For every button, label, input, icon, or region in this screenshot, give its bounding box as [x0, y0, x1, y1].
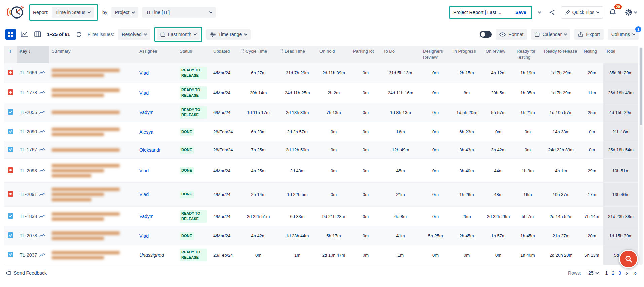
columns-button[interactable]: Columns 1: [608, 29, 639, 40]
issue-trend-chart-icon[interactable]: [39, 110, 45, 115]
calendar-button[interactable]: Calendar: [531, 29, 570, 40]
save-options-dropdown-button[interactable]: [536, 10, 543, 15]
project-select[interactable]: TI Line [TL]: [142, 7, 216, 18]
column-header-testing[interactable]: Testing: [580, 46, 603, 63]
notifications-badge: 20: [614, 4, 622, 9]
notifications-button[interactable]: 20: [607, 7, 618, 18]
column-header-updated[interactable]: Updated: [211, 46, 239, 63]
time-in-status-cell: 24d 22h 39m: [541, 141, 580, 159]
filter-status-select[interactable]: Resolved: [118, 29, 150, 40]
issue-trend-chart-icon[interactable]: [39, 253, 45, 258]
issue-key-link[interactable]: TL-2091: [20, 192, 37, 197]
issue-key-link[interactable]: TL-2037: [20, 252, 37, 258]
assignee-cell: Vadym: [137, 207, 177, 226]
issue-key-cell: TL-2090: [17, 122, 49, 141]
issue-trend-chart-icon[interactable]: [39, 192, 45, 198]
time-in-status-cell: 0m: [350, 83, 381, 103]
settings-button[interactable]: [622, 6, 639, 19]
column-header-key[interactable]: Key↓: [17, 46, 49, 63]
assignee-link[interactable]: Vlad: [139, 168, 149, 173]
issue-trend-chart-icon[interactable]: [39, 169, 45, 174]
issue-key-link[interactable]: TL-2078: [20, 233, 37, 238]
issue-trend-chart-icon[interactable]: [39, 234, 45, 239]
issue-trend-chart-icon[interactable]: [39, 130, 45, 135]
chevron-down-icon: [564, 32, 567, 35]
group-by-select[interactable]: Project: [111, 7, 139, 18]
theme-toggle[interactable]: [480, 31, 492, 38]
drag-handle-icon[interactable]: [241, 49, 244, 54]
column-header-in-progress[interactable]: In Progress: [451, 46, 483, 63]
share-button[interactable]: [547, 7, 557, 17]
rows-per-page-select[interactable]: 25: [586, 268, 601, 277]
period-select[interactable]: Last month: [157, 29, 200, 40]
search-fab[interactable]: [619, 250, 638, 268]
issue-key-link[interactable]: TL-1767: [20, 147, 37, 152]
assignee-link[interactable]: Vadym: [139, 214, 154, 219]
report-type-select[interactable]: Time in Status: [52, 7, 94, 18]
refresh-button[interactable]: [74, 30, 84, 39]
assignee-cell: Vlad: [137, 83, 177, 103]
grid-view-button[interactable]: [5, 29, 16, 40]
send-feedback-button[interactable]: Send Feedback: [5, 270, 47, 276]
search-icon: [624, 255, 633, 263]
column-header-parking-lot[interactable]: Parking lot: [350, 46, 381, 63]
column-header-total[interactable]: Total: [603, 46, 638, 63]
issue-key-link[interactable]: TL-2055: [20, 110, 37, 115]
issue-key-link[interactable]: TL-1778: [20, 90, 37, 95]
column-header-on-hold[interactable]: On hold: [317, 46, 350, 63]
issue-key-link[interactable]: TL-2093: [20, 168, 37, 173]
column-header-t[interactable]: T: [4, 46, 17, 63]
assignee-link[interactable]: Alesya: [139, 129, 153, 135]
time-range-select[interactable]: Time range: [206, 29, 251, 40]
issue-key-link[interactable]: TL-2090: [20, 129, 37, 134]
issue-summary-cell: [49, 226, 137, 245]
column-header-summary[interactable]: Summary: [49, 46, 137, 63]
time-in-status-cell: 1h 40m: [514, 245, 541, 265]
column-header-assignee[interactable]: Assignee: [137, 46, 177, 63]
format-button[interactable]: Format: [496, 29, 527, 40]
page-2[interactable]: 2: [612, 270, 614, 276]
report-name-input[interactable]: [453, 10, 510, 15]
issue-key-link[interactable]: TL-1666: [20, 70, 37, 75]
board-view-button[interactable]: [32, 29, 43, 40]
column-header-designers-review[interactable]: Designers Review: [420, 46, 451, 63]
assignee-link[interactable]: Vadym: [139, 110, 154, 115]
issue-trend-chart-icon[interactable]: [39, 71, 45, 76]
status-badge: DONE: [180, 146, 194, 154]
updated-cell: 6/Mar/24: [211, 103, 239, 122]
page-1[interactable]: 1: [605, 270, 608, 276]
time-in-status-cell: 31d 5h 13m: [381, 63, 420, 83]
column-header-lead-time[interactable]: Lead Time: [278, 46, 317, 63]
vertical-scrollbar[interactable]: [639, 47, 643, 265]
time-in-status-cell: 3h 40m: [451, 159, 483, 183]
issue-trend-chart-icon[interactable]: [39, 214, 45, 219]
page-3[interactable]: 3: [618, 270, 621, 276]
next-page-button[interactable]: ›: [625, 270, 629, 276]
chart-view-button[interactable]: [19, 29, 30, 40]
time-in-status-cell: 0m: [350, 183, 381, 207]
assignee-link[interactable]: Vlad: [139, 192, 149, 197]
quick-tips-button[interactable]: Quick Tips: [561, 6, 603, 19]
column-header-to-do[interactable]: To Do: [381, 46, 420, 63]
column-header-status[interactable]: Status: [177, 46, 211, 63]
issue-trend-chart-icon[interactable]: [39, 91, 45, 96]
assignee-link[interactable]: Vlad: [139, 233, 149, 239]
time-in-status-cell: 20m: [580, 63, 603, 83]
drag-handle-icon[interactable]: [280, 49, 283, 54]
export-button[interactable]: Export: [574, 29, 603, 40]
column-header-on-review[interactable]: On review: [483, 46, 514, 63]
assignee-link[interactable]: Vlad: [139, 90, 149, 96]
status-badge: READY TO RELEASE: [180, 249, 207, 261]
last-page-button[interactable]: »: [633, 270, 637, 276]
assignee-link[interactable]: Vlad: [139, 70, 149, 76]
column-header-ready-for-testing[interactable]: Ready for Testing: [514, 46, 541, 63]
scrollbar-thumb[interactable]: [640, 48, 642, 125]
issue-key-cell: TL-1778: [17, 83, 49, 103]
column-header-ready-to-release[interactable]: Ready to release: [541, 46, 580, 63]
column-header-cycle-time[interactable]: Cycle Time: [239, 46, 278, 63]
app-logo[interactable]: [5, 4, 25, 21]
assignee-link[interactable]: Oleksandr: [139, 147, 161, 153]
issue-trend-chart-icon[interactable]: [39, 148, 45, 153]
save-button[interactable]: Save: [513, 8, 528, 16]
issue-key-link[interactable]: TL-1838: [20, 214, 37, 219]
